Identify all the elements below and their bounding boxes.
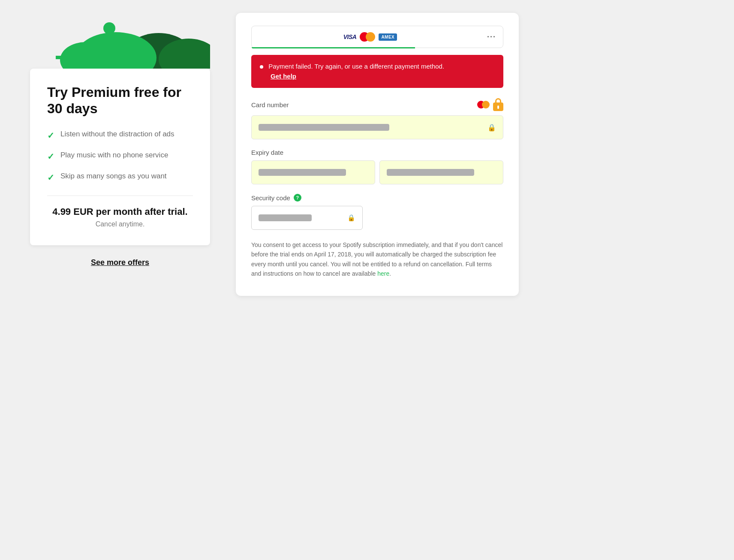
card-logos: VISA AMEX (259, 32, 482, 42)
security-label-row: Security code ? (251, 194, 503, 202)
security-field-group: Security code ? 🔒 (251, 194, 503, 230)
feature-text-1: Listen without the distraction of ads (60, 129, 174, 139)
lock-orange-icon (493, 98, 503, 111)
left-panel: Try Premium free for 30 days ✓ Listen wi… (17, 13, 223, 267)
card-number-label-text: Card number (251, 101, 289, 108)
feature-text-2: Play music with no phone service (60, 150, 168, 160)
card-number-lock-icon: 🔒 (487, 123, 496, 132)
price-text: 4.99 EUR per month after trial. (47, 205, 193, 219)
expiry-month-input[interactable] (251, 160, 375, 184)
offer-title: Try Premium free for 30 days (47, 84, 193, 117)
error-message: Payment failed. Try again, or use a diff… (268, 63, 444, 70)
security-help-icon[interactable]: ? (294, 194, 301, 202)
error-banner: Payment failed. Try again, or use a diff… (251, 55, 503, 88)
illustration (30, 13, 210, 69)
expiry-fields-row (251, 160, 503, 184)
security-code-placeholder (259, 214, 312, 221)
feature-item-2: ✓ Play music with no phone service (47, 150, 193, 163)
feature-list: ✓ Listen without the distraction of ads … (47, 129, 193, 184)
card-number-icons (477, 98, 503, 111)
payment-method-row[interactable]: VISA AMEX ··· (251, 26, 503, 48)
feature-item-3: ✓ Skip as many songs as you want (47, 171, 193, 184)
check-icon-2: ✓ (47, 151, 54, 163)
security-code-input[interactable]: 🔒 (251, 206, 363, 230)
divider (47, 196, 193, 196)
more-options-button[interactable]: ··· (487, 33, 496, 42)
security-lock-icon: 🔒 (347, 214, 355, 222)
visa-logo: VISA (343, 33, 357, 40)
feature-text-3: Skip as many songs as you want (60, 171, 167, 181)
see-more-offers-button[interactable]: See more offers (91, 258, 149, 267)
card-number-field-group: Card number 🔒 (251, 98, 503, 139)
expiry-month-placeholder (259, 169, 346, 176)
consent-text: You consent to get access to your Spotif… (251, 240, 503, 279)
consent-link[interactable]: here (377, 270, 389, 277)
expiry-year-placeholder (387, 169, 474, 176)
mastercard-small-icon (477, 101, 490, 108)
check-icon-3: ✓ (47, 172, 54, 184)
check-icon-1: ✓ (47, 129, 54, 142)
mastercard-logo (360, 32, 375, 42)
card-number-label: Card number (251, 98, 503, 111)
svg-point-5 (103, 22, 115, 34)
feature-item-1: ✓ Listen without the distraction of ads (47, 129, 193, 142)
security-label-text: Security code (251, 194, 290, 202)
expiry-label-text: Expiry date (251, 149, 283, 156)
right-panel: VISA AMEX ··· Payment failed. Try again,… (236, 13, 519, 296)
price-section: 4.99 EUR per month after trial. Cancel a… (47, 205, 193, 228)
get-help-link[interactable]: Get help (271, 72, 296, 80)
expiry-field-group: Expiry date (251, 149, 503, 184)
expiry-year-input[interactable] (379, 160, 503, 184)
offer-card: Try Premium free for 30 days ✓ Listen wi… (30, 69, 210, 245)
amex-logo: AMEX (379, 33, 397, 41)
expiry-label: Expiry date (251, 149, 503, 156)
card-number-input[interactable]: 🔒 (251, 115, 503, 139)
cancel-text: Cancel anytime. (47, 220, 193, 228)
card-number-placeholder (259, 124, 389, 131)
error-bullet (260, 65, 263, 69)
